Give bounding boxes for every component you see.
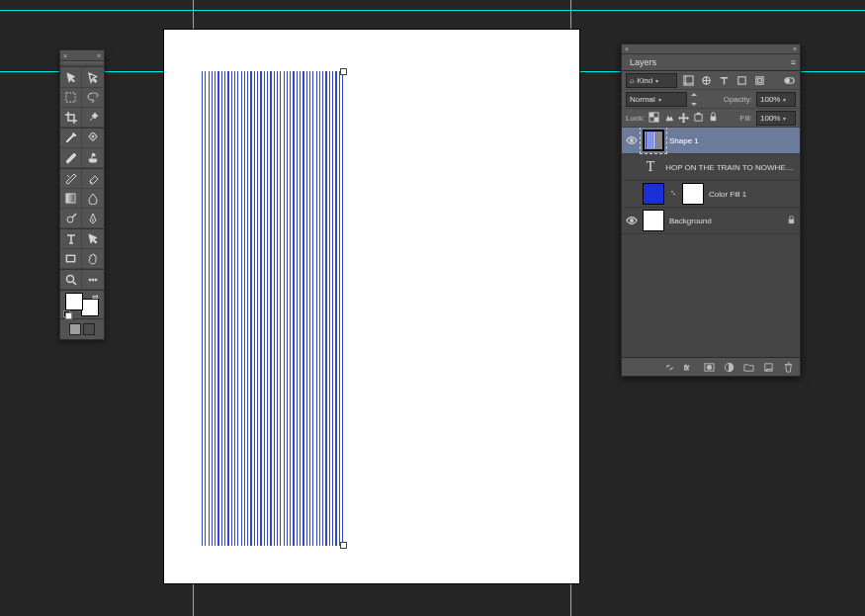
layer-row[interactable]: Color Fill 1 bbox=[622, 181, 800, 208]
layers-list[interactable]: Shape 1THOP ON THE TRAIN TO NOWHERE BABY… bbox=[622, 128, 800, 358]
layer-name[interactable]: Color Fill 1 bbox=[709, 190, 746, 199]
opacity-field[interactable]: 100%▾ bbox=[756, 92, 796, 107]
fill-label: Fill: bbox=[740, 114, 752, 123]
layer-row[interactable]: Background bbox=[622, 208, 800, 234]
foreground-background-colors[interactable]: ⇄ bbox=[60, 291, 104, 318]
filter-pixel-icon[interactable] bbox=[681, 73, 695, 87]
filter-toggle-icon[interactable] bbox=[782, 73, 796, 87]
tab-layers[interactable]: Layers bbox=[626, 56, 660, 68]
svg-rect-12 bbox=[737, 76, 744, 83]
edit-toolbar[interactable] bbox=[82, 270, 103, 290]
filter-adjustment-icon[interactable] bbox=[699, 73, 713, 87]
svg-point-23 bbox=[631, 139, 634, 142]
svg-text:fx: fx bbox=[684, 363, 690, 370]
fill-field[interactable]: 100%▾ bbox=[756, 111, 796, 126]
eraser-tool[interactable] bbox=[82, 169, 103, 189]
spot-heal-tool[interactable] bbox=[82, 129, 103, 148]
hand-tool[interactable] bbox=[82, 249, 103, 269]
filter-kind-select[interactable]: ⌕ Kind ▾ bbox=[626, 73, 677, 88]
fill-thumbnail bbox=[643, 183, 664, 205]
layer-name[interactable]: Background bbox=[669, 217, 712, 225]
lasso-tool[interactable] bbox=[82, 88, 103, 108]
search-icon: ⌕ bbox=[630, 76, 635, 85]
gradient-tool[interactable] bbox=[60, 189, 82, 209]
panel-menu-icon[interactable]: ≡ bbox=[791, 57, 796, 67]
raster-thumbnail bbox=[643, 210, 664, 231]
rectangle-tool[interactable] bbox=[60, 249, 82, 269]
lock-transparency-icon[interactable] bbox=[649, 112, 659, 125]
svg-point-24 bbox=[631, 220, 634, 222]
mask-link-icon[interactable] bbox=[669, 189, 677, 199]
layer-row[interactable]: Shape 1 bbox=[622, 128, 800, 154]
svg-rect-3 bbox=[66, 194, 75, 203]
zoom-tool[interactable] bbox=[60, 270, 82, 290]
svg-rect-13 bbox=[755, 76, 762, 83]
layers-footer: fx bbox=[622, 358, 800, 376]
adjustment-layer-icon[interactable] bbox=[722, 360, 735, 374]
move-tool[interactable] bbox=[60, 68, 82, 88]
new-layer-icon[interactable] bbox=[761, 360, 775, 374]
blend-mode-select[interactable]: Normal▾ bbox=[626, 92, 687, 107]
type-tool[interactable] bbox=[60, 229, 82, 249]
type-layer-icon: T bbox=[641, 157, 660, 177]
foreground-color-swatch[interactable] bbox=[65, 293, 83, 310]
clone-stamp-tool[interactable] bbox=[82, 148, 103, 168]
default-colors-icon[interactable] bbox=[63, 310, 70, 317]
panel-header[interactable]: × » bbox=[622, 44, 800, 54]
visibility-toggle[interactable] bbox=[626, 215, 638, 226]
layer-name[interactable]: Shape 1 bbox=[669, 136, 699, 145]
layer-name[interactable]: HOP ON THE TRAIN TO NOWHERE BABY bbox=[665, 163, 796, 172]
tools-panel[interactable]: × » ⇄ bbox=[59, 49, 105, 340]
blur-tool[interactable] bbox=[82, 189, 103, 209]
layer-filter-row: ⌕ Kind ▾ bbox=[622, 71, 800, 90]
lock-icon[interactable] bbox=[787, 216, 796, 226]
layers-panel[interactable]: × » Layers ≡ ⌕ Kind ▾ Normal▾ Opacity: 1… bbox=[621, 44, 801, 377]
close-icon[interactable]: × bbox=[63, 52, 67, 59]
quickmask-on-icon[interactable] bbox=[83, 323, 95, 335]
visibility-toggle[interactable] bbox=[626, 161, 636, 173]
svg-point-6 bbox=[66, 275, 73, 282]
direct-select-tool[interactable] bbox=[82, 68, 103, 88]
layer-mask-icon[interactable] bbox=[702, 360, 716, 374]
magic-wand-tool[interactable] bbox=[82, 108, 103, 128]
lock-artboard-icon[interactable] bbox=[693, 112, 704, 125]
close-icon[interactable]: × bbox=[625, 45, 629, 52]
delete-layer-icon[interactable] bbox=[781, 360, 795, 374]
svg-rect-20 bbox=[695, 114, 702, 120]
filter-shape-icon[interactable] bbox=[735, 73, 748, 87]
lock-image-icon[interactable] bbox=[663, 112, 674, 125]
mask-thumbnail bbox=[682, 183, 704, 205]
pen-tool[interactable] bbox=[82, 209, 103, 228]
visibility-toggle[interactable] bbox=[626, 188, 638, 200]
lock-position-icon[interactable] bbox=[678, 112, 689, 125]
svg-rect-18 bbox=[649, 112, 654, 117]
group-icon[interactable] bbox=[741, 360, 755, 374]
visibility-toggle[interactable] bbox=[626, 134, 638, 146]
filter-type-icon[interactable] bbox=[717, 73, 731, 87]
layer-row[interactable]: THOP ON THE TRAIN TO NOWHERE BABY bbox=[622, 154, 800, 181]
path-select-tool[interactable] bbox=[82, 229, 103, 249]
link-layers-icon[interactable] bbox=[662, 360, 676, 374]
collapse-icon[interactable]: » bbox=[793, 45, 797, 52]
background-color-swatch[interactable] bbox=[81, 299, 99, 316]
dodge-tool[interactable] bbox=[60, 209, 82, 228]
collapse-icon[interactable]: » bbox=[97, 52, 101, 59]
filter-smart-icon[interactable] bbox=[752, 73, 766, 87]
transform-handle[interactable] bbox=[340, 542, 347, 549]
svg-point-28 bbox=[707, 365, 712, 370]
fx-icon[interactable]: fx bbox=[682, 360, 696, 374]
marquee-tool[interactable] bbox=[60, 88, 82, 108]
blend-mode-stepper[interactable] bbox=[691, 93, 699, 106]
shape-layer-preview[interactable] bbox=[202, 71, 344, 546]
history-brush-tool[interactable] bbox=[60, 169, 82, 189]
crop-tool[interactable] bbox=[60, 108, 82, 128]
eyedropper-tool[interactable] bbox=[60, 129, 82, 148]
document-canvas[interactable] bbox=[164, 30, 579, 583]
panel-grip[interactable] bbox=[60, 60, 104, 67]
lock-all-icon[interactable] bbox=[708, 112, 719, 125]
brush-tool[interactable] bbox=[60, 148, 82, 168]
svg-rect-0 bbox=[66, 93, 75, 102]
transform-handle[interactable] bbox=[340, 68, 347, 75]
panel-header[interactable]: × » bbox=[60, 50, 104, 60]
quickmask-off-icon[interactable] bbox=[69, 323, 81, 335]
